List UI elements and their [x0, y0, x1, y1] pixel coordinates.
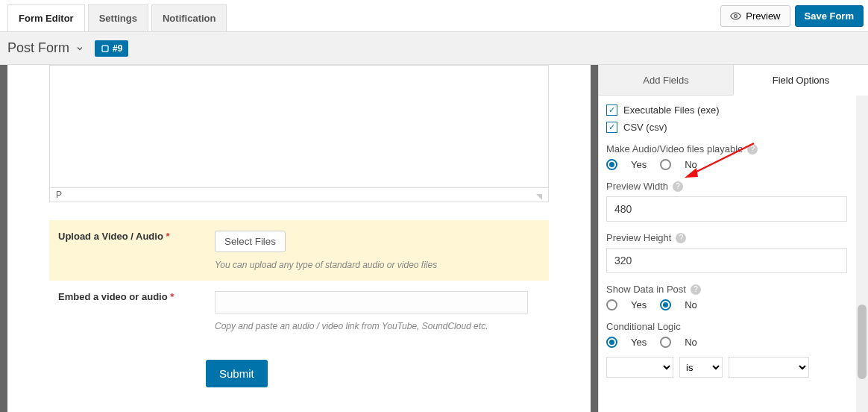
checkbox-icon: ✓: [606, 122, 617, 133]
show-in-post-yes-label: Yes: [631, 299, 647, 310]
help-icon[interactable]: ?: [747, 144, 758, 154]
cond-no-label: No: [685, 337, 697, 348]
editor-canvas-wrap: P Upload a Video / Audio * Select Files …: [0, 65, 598, 412]
playable-no-radio[interactable]: [660, 159, 671, 170]
preview-width-label: Preview Width: [606, 181, 668, 192]
top-tabs: Form Editor Settings Notification: [7, 0, 227, 31]
checkbox-csv[interactable]: ✓ CSV (csv): [606, 122, 847, 133]
help-icon[interactable]: ?: [691, 284, 701, 295]
sidebar-scrollbar[interactable]: [856, 96, 868, 412]
cond-field-select[interactable]: [606, 357, 673, 378]
show-in-post-no-radio[interactable]: [660, 299, 671, 310]
embed-label: Embed a video or audio: [58, 291, 168, 302]
playable-yes-label: Yes: [631, 159, 647, 170]
playable-label: Make Audio/Video files playable: [606, 143, 743, 154]
embed-hint: Copy and paste an audio / video link fro…: [215, 321, 540, 331]
show-in-post-yes-radio[interactable]: [606, 299, 617, 310]
form-id-chip[interactable]: #9: [95, 40, 128, 57]
required-mark: *: [166, 231, 169, 242]
save-form-button[interactable]: Save Form: [795, 5, 864, 27]
preview-label: Preview: [746, 10, 780, 22]
checkbox-icon: ✓: [606, 104, 617, 116]
submit-button[interactable]: Submit: [206, 360, 268, 387]
eye-icon: [730, 10, 741, 22]
resize-handle-icon[interactable]: [536, 194, 542, 200]
checkbox-exe[interactable]: ✓ Executable Files (exe): [606, 104, 847, 116]
checkbox-exe-label: Executable Files (exe): [623, 104, 720, 116]
rich-text-field[interactable]: P: [49, 65, 549, 202]
cond-value-select[interactable]: [729, 357, 809, 378]
embed-field-block[interactable]: Embed a video or audio * Copy and paste …: [49, 281, 549, 342]
preview-button[interactable]: Preview: [720, 5, 790, 27]
select-files-button[interactable]: Select Files: [215, 231, 286, 252]
cond-yes-label: Yes: [631, 337, 647, 348]
form-title-label: Post Form: [7, 40, 69, 56]
sidebar-tab-add-fields[interactable]: Add Fields: [599, 65, 733, 96]
cond-op-select[interactable]: is: [679, 357, 723, 378]
tab-form-editor[interactable]: Form Editor: [7, 4, 85, 31]
svg-point-0: [735, 14, 738, 17]
svg-rect-1: [102, 46, 108, 52]
upload-hint: You can upload any type of standard audi…: [215, 260, 540, 270]
required-mark: *: [170, 291, 174, 302]
upload-label: Upload a Video / Audio: [58, 231, 163, 242]
shortcode-icon: [101, 44, 110, 53]
help-icon[interactable]: ?: [673, 181, 683, 192]
checkbox-csv-label: CSV (csv): [623, 122, 667, 133]
options-sidebar: Add Fields Field Options ✓ Executable Fi…: [598, 65, 868, 412]
upload-field-block[interactable]: Upload a Video / Audio * Select Files Yo…: [49, 220, 549, 281]
preview-height-input[interactable]: [606, 248, 847, 273]
preview-height-label: Preview Height: [606, 232, 671, 243]
cond-yes-radio[interactable]: [606, 337, 617, 348]
scrollbar-thumb[interactable]: [858, 305, 867, 379]
chevron-down-icon: [75, 44, 84, 53]
help-icon[interactable]: ?: [676, 233, 686, 243]
show-in-post-label: Show Data in Post: [606, 284, 686, 295]
cond-logic-label: Conditional Logic: [606, 321, 681, 332]
show-in-post-no-label: No: [685, 299, 697, 310]
form-id-label: #9: [113, 43, 122, 54]
cond-no-radio[interactable]: [660, 337, 671, 348]
preview-width-input[interactable]: [606, 196, 847, 222]
embed-input[interactable]: [215, 291, 528, 313]
form-title-dropdown[interactable]: Post Form: [7, 40, 84, 56]
playable-yes-radio[interactable]: [606, 159, 617, 170]
tab-settings[interactable]: Settings: [88, 4, 148, 31]
rich-text-path: P: [56, 190, 62, 200]
tab-notification[interactable]: Notification: [151, 4, 227, 31]
sidebar-tab-field-options[interactable]: Field Options: [733, 65, 868, 96]
playable-no-label: No: [685, 159, 697, 170]
